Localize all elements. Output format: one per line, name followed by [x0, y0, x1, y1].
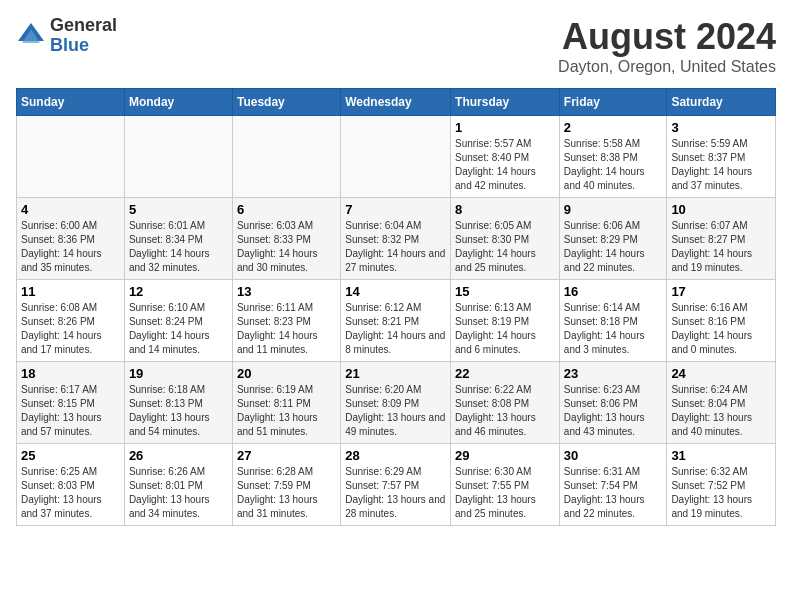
- header-saturday: Saturday: [667, 89, 776, 116]
- calendar-cell: 7Sunrise: 6:04 AMSunset: 8:32 PMDaylight…: [341, 198, 451, 280]
- day-info: Sunrise: 6:24 AMSunset: 8:04 PMDaylight:…: [671, 383, 771, 439]
- header-friday: Friday: [559, 89, 667, 116]
- calendar-cell: 24Sunrise: 6:24 AMSunset: 8:04 PMDayligh…: [667, 362, 776, 444]
- calendar-cell: 12Sunrise: 6:10 AMSunset: 8:24 PMDayligh…: [124, 280, 232, 362]
- day-number: 30: [564, 448, 663, 463]
- header-sunday: Sunday: [17, 89, 125, 116]
- day-number: 8: [455, 202, 555, 217]
- day-number: 18: [21, 366, 120, 381]
- day-info: Sunrise: 6:31 AMSunset: 7:54 PMDaylight:…: [564, 465, 663, 521]
- calendar-cell: 5Sunrise: 6:01 AMSunset: 8:34 PMDaylight…: [124, 198, 232, 280]
- day-number: 1: [455, 120, 555, 135]
- day-number: 21: [345, 366, 446, 381]
- calendar-cell: 28Sunrise: 6:29 AMSunset: 7:57 PMDayligh…: [341, 444, 451, 526]
- calendar-cell: 14Sunrise: 6:12 AMSunset: 8:21 PMDayligh…: [341, 280, 451, 362]
- calendar-cell: [124, 116, 232, 198]
- day-info: Sunrise: 6:08 AMSunset: 8:26 PMDaylight:…: [21, 301, 120, 357]
- day-number: 22: [455, 366, 555, 381]
- calendar-week-1: 1Sunrise: 5:57 AMSunset: 8:40 PMDaylight…: [17, 116, 776, 198]
- day-number: 6: [237, 202, 336, 217]
- title-section: August 2024 Dayton, Oregon, United State…: [558, 16, 776, 76]
- calendar-cell: 2Sunrise: 5:58 AMSunset: 8:38 PMDaylight…: [559, 116, 667, 198]
- day-number: 5: [129, 202, 228, 217]
- header-monday: Monday: [124, 89, 232, 116]
- calendar-week-5: 25Sunrise: 6:25 AMSunset: 8:03 PMDayligh…: [17, 444, 776, 526]
- calendar-header-row: SundayMondayTuesdayWednesdayThursdayFrid…: [17, 89, 776, 116]
- calendar-cell: 26Sunrise: 6:26 AMSunset: 8:01 PMDayligh…: [124, 444, 232, 526]
- day-number: 10: [671, 202, 771, 217]
- logo-blue-text: Blue: [50, 36, 117, 56]
- calendar-cell: 4Sunrise: 6:00 AMSunset: 8:36 PMDaylight…: [17, 198, 125, 280]
- day-number: 20: [237, 366, 336, 381]
- calendar-cell: 15Sunrise: 6:13 AMSunset: 8:19 PMDayligh…: [451, 280, 560, 362]
- calendar-table: SundayMondayTuesdayWednesdayThursdayFrid…: [16, 88, 776, 526]
- calendar-cell: 10Sunrise: 6:07 AMSunset: 8:27 PMDayligh…: [667, 198, 776, 280]
- calendar-week-2: 4Sunrise: 6:00 AMSunset: 8:36 PMDaylight…: [17, 198, 776, 280]
- calendar-cell: 9Sunrise: 6:06 AMSunset: 8:29 PMDaylight…: [559, 198, 667, 280]
- calendar-cell: 8Sunrise: 6:05 AMSunset: 8:30 PMDaylight…: [451, 198, 560, 280]
- day-number: 12: [129, 284, 228, 299]
- day-info: Sunrise: 6:06 AMSunset: 8:29 PMDaylight:…: [564, 219, 663, 275]
- day-info: Sunrise: 6:25 AMSunset: 8:03 PMDaylight:…: [21, 465, 120, 521]
- calendar-cell: [232, 116, 340, 198]
- logo-general-text: General: [50, 16, 117, 36]
- calendar-cell: 18Sunrise: 6:17 AMSunset: 8:15 PMDayligh…: [17, 362, 125, 444]
- day-number: 2: [564, 120, 663, 135]
- calendar-cell: 6Sunrise: 6:03 AMSunset: 8:33 PMDaylight…: [232, 198, 340, 280]
- calendar-cell: 22Sunrise: 6:22 AMSunset: 8:08 PMDayligh…: [451, 362, 560, 444]
- calendar-cell: [341, 116, 451, 198]
- day-info: Sunrise: 6:00 AMSunset: 8:36 PMDaylight:…: [21, 219, 120, 275]
- day-info: Sunrise: 5:59 AMSunset: 8:37 PMDaylight:…: [671, 137, 771, 193]
- calendar-cell: 17Sunrise: 6:16 AMSunset: 8:16 PMDayligh…: [667, 280, 776, 362]
- calendar-week-4: 18Sunrise: 6:17 AMSunset: 8:15 PMDayligh…: [17, 362, 776, 444]
- calendar-cell: 1Sunrise: 5:57 AMSunset: 8:40 PMDaylight…: [451, 116, 560, 198]
- day-info: Sunrise: 6:26 AMSunset: 8:01 PMDaylight:…: [129, 465, 228, 521]
- day-number: 13: [237, 284, 336, 299]
- day-info: Sunrise: 6:30 AMSunset: 7:55 PMDaylight:…: [455, 465, 555, 521]
- day-info: Sunrise: 5:57 AMSunset: 8:40 PMDaylight:…: [455, 137, 555, 193]
- day-info: Sunrise: 6:32 AMSunset: 7:52 PMDaylight:…: [671, 465, 771, 521]
- day-info: Sunrise: 6:14 AMSunset: 8:18 PMDaylight:…: [564, 301, 663, 357]
- day-number: 15: [455, 284, 555, 299]
- calendar-cell: 31Sunrise: 6:32 AMSunset: 7:52 PMDayligh…: [667, 444, 776, 526]
- day-number: 11: [21, 284, 120, 299]
- calendar-cell: 25Sunrise: 6:25 AMSunset: 8:03 PMDayligh…: [17, 444, 125, 526]
- logo: General Blue: [16, 16, 117, 56]
- day-number: 17: [671, 284, 771, 299]
- page-header: General Blue August 2024 Dayton, Oregon,…: [16, 16, 776, 76]
- day-number: 19: [129, 366, 228, 381]
- calendar-cell: 27Sunrise: 6:28 AMSunset: 7:59 PMDayligh…: [232, 444, 340, 526]
- day-number: 14: [345, 284, 446, 299]
- day-info: Sunrise: 5:58 AMSunset: 8:38 PMDaylight:…: [564, 137, 663, 193]
- day-number: 28: [345, 448, 446, 463]
- day-info: Sunrise: 6:01 AMSunset: 8:34 PMDaylight:…: [129, 219, 228, 275]
- header-thursday: Thursday: [451, 89, 560, 116]
- day-info: Sunrise: 6:18 AMSunset: 8:13 PMDaylight:…: [129, 383, 228, 439]
- location-title: Dayton, Oregon, United States: [558, 58, 776, 76]
- day-number: 16: [564, 284, 663, 299]
- header-wednesday: Wednesday: [341, 89, 451, 116]
- calendar-cell: [17, 116, 125, 198]
- day-number: 3: [671, 120, 771, 135]
- calendar-cell: 30Sunrise: 6:31 AMSunset: 7:54 PMDayligh…: [559, 444, 667, 526]
- day-info: Sunrise: 6:23 AMSunset: 8:06 PMDaylight:…: [564, 383, 663, 439]
- day-number: 31: [671, 448, 771, 463]
- day-number: 4: [21, 202, 120, 217]
- calendar-cell: 3Sunrise: 5:59 AMSunset: 8:37 PMDaylight…: [667, 116, 776, 198]
- day-number: 7: [345, 202, 446, 217]
- day-info: Sunrise: 6:28 AMSunset: 7:59 PMDaylight:…: [237, 465, 336, 521]
- day-info: Sunrise: 6:07 AMSunset: 8:27 PMDaylight:…: [671, 219, 771, 275]
- calendar-cell: 29Sunrise: 6:30 AMSunset: 7:55 PMDayligh…: [451, 444, 560, 526]
- calendar-week-3: 11Sunrise: 6:08 AMSunset: 8:26 PMDayligh…: [17, 280, 776, 362]
- day-info: Sunrise: 6:13 AMSunset: 8:19 PMDaylight:…: [455, 301, 555, 357]
- calendar-cell: 16Sunrise: 6:14 AMSunset: 8:18 PMDayligh…: [559, 280, 667, 362]
- day-number: 27: [237, 448, 336, 463]
- logo-icon: [16, 21, 46, 51]
- day-info: Sunrise: 6:10 AMSunset: 8:24 PMDaylight:…: [129, 301, 228, 357]
- calendar-cell: 13Sunrise: 6:11 AMSunset: 8:23 PMDayligh…: [232, 280, 340, 362]
- calendar-cell: 21Sunrise: 6:20 AMSunset: 8:09 PMDayligh…: [341, 362, 451, 444]
- day-info: Sunrise: 6:29 AMSunset: 7:57 PMDaylight:…: [345, 465, 446, 521]
- day-info: Sunrise: 6:05 AMSunset: 8:30 PMDaylight:…: [455, 219, 555, 275]
- day-info: Sunrise: 6:17 AMSunset: 8:15 PMDaylight:…: [21, 383, 120, 439]
- calendar-cell: 11Sunrise: 6:08 AMSunset: 8:26 PMDayligh…: [17, 280, 125, 362]
